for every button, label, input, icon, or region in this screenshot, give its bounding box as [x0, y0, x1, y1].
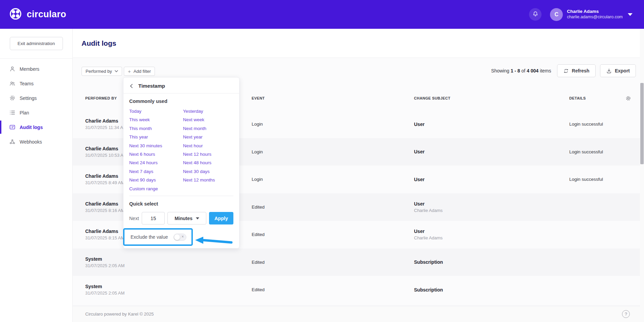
refresh-button[interactable]: Refresh: [557, 64, 596, 77]
user-email: charlie.adams@circularo.com: [567, 15, 623, 20]
timestamp-quick-link[interactable]: Next 48 hours: [183, 158, 215, 167]
page-title: Audit logs: [82, 39, 116, 47]
change-subject-cell: Subscription: [414, 287, 569, 293]
quick-links-col1: TodayThis weekThis monthThis yearNext 30…: [129, 107, 183, 193]
sidebar-item[interactable]: Plan: [0, 105, 72, 120]
next-label: Next: [129, 216, 139, 221]
sidebar-divider: [0, 58, 72, 59]
showing-total: 4 004: [527, 68, 538, 73]
timestamp-quick-link[interactable]: Custom range: [129, 185, 183, 193]
commonly-used-label: Commonly used: [129, 99, 233, 104]
timestamp-quick-link[interactable]: This week: [129, 115, 183, 124]
timestamp-quick-link[interactable]: Next 12 months: [183, 176, 215, 184]
timestamp-quick-link[interactable]: Next 30 days: [183, 167, 215, 176]
amount-input[interactable]: [142, 212, 165, 224]
timestamp-quick-link[interactable]: Yesterday: [183, 107, 215, 115]
top-bar: circularo C Charlie Adams charlie.adams@…: [0, 0, 644, 29]
export-button[interactable]: Export: [600, 64, 636, 77]
change-subject-detail: Charlie Adams: [414, 208, 569, 213]
notifications-button[interactable]: [529, 8, 542, 21]
change-subject-cell: Subscription: [414, 259, 569, 265]
event-cell: Login: [252, 149, 414, 154]
caret-down-icon: [196, 217, 199, 219]
table-row[interactable]: System 31/07/2025 2:05 AM Edited Subscri…: [73, 249, 644, 276]
scrollbar-thumb[interactable]: [640, 83, 644, 164]
unit-select[interactable]: Minutes: [167, 212, 206, 224]
sidebar-item-label: Audit logs: [20, 125, 43, 130]
timestamp-quick-link[interactable]: Next week: [183, 115, 215, 124]
sidebar-nav: Members Teams Settings Plan: [0, 62, 72, 149]
timestamp-quick-link[interactable]: This year: [129, 133, 183, 141]
sidebar-item[interactable]: Settings: [0, 91, 72, 105]
exclude-value-label: Exclude the value: [131, 234, 168, 240]
table-row[interactable]: System 31/07/2025 2:05 AM Edited Subscri…: [73, 276, 644, 304]
event-cell: Edited: [252, 205, 414, 210]
showing-count: Showing 1 - 8 of 4 004 items: [491, 68, 551, 73]
timestamp-quick-link[interactable]: Next 30 minutes: [129, 142, 183, 150]
circularo-logo-icon: [9, 7, 22, 22]
gear-icon: [625, 95, 631, 101]
sidebar-item[interactable]: Audit logs: [0, 120, 72, 134]
timestamp-quick-link[interactable]: Next 6 hours: [129, 150, 183, 158]
quick-links-col2: YesterdayNext weekNext monthNext yearNex…: [183, 107, 215, 193]
exclude-value-toggle[interactable]: ×: [174, 234, 186, 241]
performed-by-timestamp: 31/07/2025 2:05 AM: [85, 263, 252, 268]
change-subject-cell: User: [414, 122, 569, 127]
webhook-icon: [9, 138, 16, 145]
timestamp-quick-link[interactable]: Next 7 days: [129, 167, 183, 176]
add-filter-button[interactable]: + Add filter: [124, 67, 155, 76]
user-info[interactable]: Charlie Adams charlie.adams@circularo.co…: [567, 9, 623, 20]
gear-icon: [9, 95, 16, 101]
help-button[interactable]: ?: [622, 310, 630, 318]
timestamp-quick-link[interactable]: Next year: [183, 133, 215, 141]
performed-by-filter-chip[interactable]: Performed by: [82, 67, 122, 76]
exit-administration-button[interactable]: Exit administration: [10, 37, 63, 50]
user-name: Charlie Adams: [567, 9, 623, 15]
event-cell: Edited: [252, 260, 414, 265]
apply-button[interactable]: Apply: [209, 212, 233, 224]
sidebar-item-label: Webhooks: [20, 139, 42, 145]
sidebar-item[interactable]: Teams: [0, 76, 72, 91]
chevron-down-icon: [115, 70, 118, 72]
col-event: EVENT: [252, 96, 414, 100]
change-subject-cell: User: [414, 149, 569, 154]
people-icon: [9, 80, 16, 87]
sidebar-item-label: Members: [20, 66, 39, 72]
timestamp-quick-link[interactable]: Today: [129, 107, 183, 115]
person-icon: [9, 66, 16, 72]
timestamp-quick-link[interactable]: Next hour: [183, 142, 215, 150]
audit-log-icon: [9, 124, 16, 130]
event-cell: Login: [252, 177, 414, 182]
col-details: DETAILS: [569, 96, 621, 100]
brand[interactable]: circularo: [9, 7, 66, 22]
sidebar-item[interactable]: Webhooks: [0, 134, 72, 149]
timestamp-quick-link[interactable]: Next 24 hours: [129, 158, 183, 167]
timestamp-filter-panel: Timestamp Commonly used TodayThis weekTh…: [123, 77, 239, 249]
change-subject-cell: User: [414, 177, 569, 182]
export-label: Export: [615, 68, 630, 73]
details-cell: Login successful: [569, 149, 621, 154]
title-band: Audit logs: [73, 29, 644, 58]
sidebar-item[interactable]: Members: [0, 62, 72, 76]
toggle-knob: [174, 234, 180, 240]
panel-divider: [123, 93, 239, 93]
chevron-left-icon[interactable]: [129, 84, 134, 88]
download-icon: [606, 68, 612, 74]
timestamp-quick-link[interactable]: Next 90 days: [129, 176, 183, 184]
col-change-subject: CHANGE SUBJECT: [414, 96, 569, 100]
chevron-down-icon[interactable]: [628, 13, 632, 16]
column-settings-button[interactable]: [621, 95, 636, 101]
sidebar: Exit administration Members Teams Settin…: [0, 29, 73, 322]
avatar[interactable]: C: [550, 8, 563, 21]
timestamp-quick-link[interactable]: This month: [129, 124, 183, 133]
refresh-label: Refresh: [572, 68, 590, 73]
brand-wordmark: circularo: [27, 9, 66, 20]
panel-divider: [129, 196, 233, 196]
performed-by-chip-label: Performed by: [86, 69, 112, 74]
event-cell: Login: [252, 122, 414, 127]
event-cell: Edited: [252, 287, 414, 292]
timestamp-quick-link[interactable]: Next month: [183, 124, 215, 133]
performed-by-name: System: [85, 256, 252, 262]
change-subject-cell: User: [414, 229, 569, 234]
timestamp-quick-link[interactable]: Next 12 hours: [183, 150, 215, 158]
